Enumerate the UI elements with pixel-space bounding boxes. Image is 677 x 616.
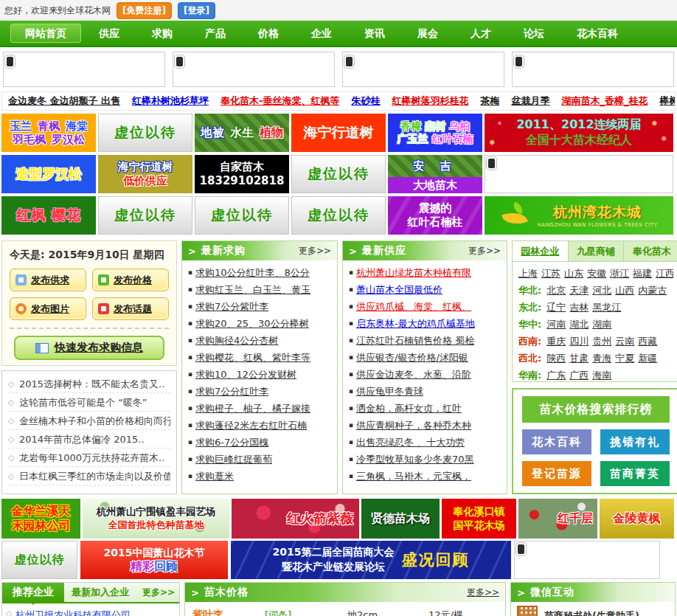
quick-link[interactable]: 金边麦冬 金边胡颓子 出售 bbox=[8, 94, 120, 108]
news-link[interactable]: 龙岩每年1000万元扶持花卉苗木.. bbox=[19, 452, 164, 463]
banner-vacant[interactable]: 虚位以待 bbox=[291, 155, 386, 193]
nav-item[interactable]: 求购 bbox=[137, 24, 187, 43]
quick-link[interactable]: 盆栽月季 bbox=[511, 94, 549, 108]
quick-link[interactable]: 红榉树落羽杉桂花 bbox=[392, 94, 468, 108]
quick-link[interactable]: 红榉朴树池杉草坪 bbox=[132, 94, 209, 108]
region-link[interactable]: 北京 bbox=[546, 285, 566, 296]
banner-red-rocket-crape-myrtle[interactable]: 红火箭紫薇 bbox=[232, 499, 359, 539]
nav-item[interactable]: 产品 bbox=[190, 24, 240, 43]
region-link[interactable]: 甘肃 bbox=[569, 353, 589, 364]
news-link[interactable]: 2014年苗市总体偏冷 2015.. bbox=[19, 434, 145, 445]
banner-hongye-shinan-zhu[interactable]: 震撼的 红叶石楠柱 bbox=[388, 196, 482, 235]
buy-link[interactable]: 求购7公分紫叶李 bbox=[195, 301, 268, 312]
region-link[interactable]: 西藏 bbox=[638, 336, 657, 347]
tab-fenghua-seedlings[interactable]: 奉化苗木 bbox=[624, 241, 677, 261]
nav-item[interactable]: 价格 bbox=[243, 24, 294, 43]
banner-hongfeng-yinghua[interactable]: 红枫 樱花 bbox=[1, 196, 96, 235]
buy-link[interactable]: 求购红玉兰、白玉兰、黄玉 bbox=[195, 284, 310, 295]
banner-dibei-shuisheng[interactable]: 地被水生植物 bbox=[195, 114, 289, 152]
news-item[interactable]: 这轮苗市低谷可能是个 “暖冬” bbox=[8, 393, 170, 412]
more-link[interactable]: 更多>> bbox=[467, 586, 499, 599]
banner-xiangzhang-luanshu[interactable]: 香樟栾树乌桕广玉兰红叶石楠 bbox=[388, 114, 482, 152]
supply-link[interactable]: 冷季型牧草知多少冬麦70黑 bbox=[356, 454, 474, 465]
region-link[interactable]: 广东 bbox=[546, 370, 566, 381]
region-link[interactable]: 江苏 bbox=[541, 268, 560, 279]
nav-item[interactable]: 网站首页 bbox=[10, 24, 81, 43]
banner-vacant[interactable]: 虚位以待 bbox=[1, 541, 77, 579]
login-button[interactable]: [登录] bbox=[178, 2, 215, 19]
tab-garden-companies[interactable]: 园林企业 bbox=[513, 241, 569, 261]
banner-haining-cheap-supply[interactable]: 海宁行道树 低价供应 bbox=[98, 155, 192, 193]
news-item[interactable]: 2014年苗市总体偏冷 2015.. bbox=[8, 430, 170, 449]
buy-link[interactable]: 求购10、12公分发财树 bbox=[195, 369, 296, 380]
banner-xiaoshan-flower-festival[interactable]: 2015中国萧山花木节 精彩回顾 bbox=[80, 541, 228, 579]
region-link[interactable]: 内蒙古 bbox=[638, 285, 667, 296]
ad-placeholder[interactable] bbox=[342, 52, 504, 87]
region-link[interactable]: 广西 bbox=[569, 370, 589, 381]
banner-zaoxing-luohansong[interactable]: 造型罗汉松 bbox=[1, 155, 96, 193]
more-link[interactable]: 更多>> bbox=[299, 245, 331, 257]
buy-link[interactable]: 求购蓬径2米左右红叶石楠 bbox=[195, 420, 307, 431]
banner-vacant[interactable]: 虚位以待 bbox=[98, 196, 192, 235]
region-link[interactable]: 黑龙江 bbox=[592, 302, 621, 313]
supply-link[interactable]: 三角枫，马褂木，元宝枫， bbox=[356, 471, 471, 482]
supply-link[interactable]: 出售亮绿忍冬 、十大功劳 bbox=[356, 437, 465, 448]
region-link[interactable]: 重庆 bbox=[546, 336, 566, 347]
supply-link[interactable]: 供应金边麦冬、水葱、沿阶 bbox=[356, 369, 471, 380]
supply-link[interactable]: 萧山苗木全国最低价 bbox=[356, 284, 442, 295]
banner-haining-roadtree[interactable]: 海宁行道树 bbox=[291, 114, 386, 152]
banner-yingfeng-garden[interactable]: 杭州萧山宁围镇盈丰园艺场 全国首批特色种苗基地 bbox=[83, 499, 229, 539]
publish-supply-demand-button[interactable]: 发布供求 bbox=[10, 269, 86, 291]
buy-link[interactable]: 求购胸径4公分杏树 bbox=[195, 335, 278, 346]
quick-link[interactable]: 榉树小苗 bbox=[659, 94, 676, 108]
publish-topic-button[interactable]: 发布话题 bbox=[92, 297, 169, 320]
banner-guoping-nursery[interactable]: 奉化溪口镇 国平花木场 bbox=[442, 499, 516, 539]
region-link[interactable]: 安徽 bbox=[587, 268, 606, 279]
register-seedling-button[interactable]: 登记苗源 bbox=[522, 461, 591, 486]
buy-link[interactable]: 求购7公分红叶李 bbox=[195, 386, 268, 397]
news-item[interactable]: 2015选择树种：既不能太名贵又.. bbox=[8, 375, 170, 393]
nav-item[interactable]: 资讯 bbox=[350, 24, 400, 43]
region-link[interactable]: 宁夏 bbox=[615, 353, 634, 364]
banner-jinling-yellow-maple[interactable]: 金陵黄枫 bbox=[600, 499, 674, 539]
encyclopedia-button[interactable]: 花木百科 bbox=[522, 429, 591, 454]
region-link[interactable]: 湖北 bbox=[569, 319, 589, 330]
price-search-rank-button[interactable]: 苗木价格搜索排行榜 bbox=[522, 396, 670, 423]
buy-link[interactable]: 求购樱花、红枫、紫叶李等 bbox=[195, 352, 310, 363]
ad-placeholder[interactable] bbox=[173, 52, 335, 87]
supply-link[interactable]: 杭州萧山绿龙苗木种植有限 bbox=[356, 267, 471, 278]
region-link[interactable]: 吉林 bbox=[569, 302, 589, 313]
nav-item[interactable]: 人才 bbox=[456, 24, 506, 43]
supply-link[interactable]: 供应青桐种子，各种乔木种 bbox=[356, 420, 471, 431]
region-link[interactable]: 陕西 bbox=[546, 353, 566, 364]
banner-yulan-qingfeng[interactable]: 玉兰青枫海棠羽毛枫罗汉松 bbox=[1, 114, 96, 152]
quick-link[interactable]: 湖南苗木_香樟_桂花 bbox=[561, 94, 648, 108]
news-item[interactable]: 龙岩每年1000万元扶持花卉苗木.. bbox=[8, 449, 170, 467]
register-button[interactable]: [免费注册] bbox=[117, 2, 172, 19]
banner-vacant[interactable]: 虚位以待 bbox=[195, 196, 289, 235]
supply-link[interactable]: 江苏红叶石楠销售价格 蜀桧 bbox=[356, 335, 474, 346]
news-link[interactable]: 金丝楠木种子和小苗的价格相向而行 bbox=[19, 415, 170, 426]
supply-link[interactable]: 供应银杏/银杏价格/沭阳银 bbox=[356, 352, 468, 363]
news-link[interactable]: 2015选择树种：既不能太名贵又.. bbox=[19, 378, 164, 390]
publish-price-button[interactable]: 发布价格 bbox=[92, 269, 169, 291]
region-link[interactable]: 天津 bbox=[569, 285, 589, 296]
quick-link[interactable]: 朱砂桂 bbox=[351, 94, 380, 108]
ad-placeholder[interactable] bbox=[512, 52, 674, 87]
buy-link[interactable]: 求购20、25、30公分榉树 bbox=[195, 318, 309, 329]
buy-link[interactable]: 求购薏米 bbox=[195, 471, 234, 482]
banner-top-ten-brokers[interactable]: 2011、2012连续两届 全国十大苗木经纪人 bbox=[485, 114, 673, 152]
nav-item[interactable]: 企业 bbox=[296, 24, 347, 43]
more-link[interactable]: 更多>> bbox=[468, 245, 501, 257]
ad-placeholder[interactable] bbox=[485, 155, 673, 193]
news-link[interactable]: 日本红枫三季红的市场走向以及价值.. bbox=[19, 471, 170, 482]
supply-link[interactable]: 供应龟甲冬青球 bbox=[356, 386, 423, 397]
news-item[interactable]: 日本红枫三季红的市场走向以及价值.. bbox=[8, 467, 170, 485]
supply-link[interactable]: 启东奥林-最大的鸡爪槭基地 bbox=[356, 318, 475, 329]
banner-vacant[interactable]: 虚位以待 bbox=[291, 196, 386, 235]
banner-national-merchant-conference[interactable]: 2015第二届全国苗商大会 暨花木产业链发展论坛 盛况回顾 bbox=[231, 541, 511, 579]
news-item[interactable]: 金丝楠木种子和小苗的价格相向而行 bbox=[8, 412, 170, 430]
supply-link[interactable]: 供应鸡爪槭、海棠、红枫、 bbox=[356, 301, 471, 312]
region-link[interactable]: 上海 bbox=[518, 268, 538, 279]
elite-merchants-button[interactable]: 苗商菁英 bbox=[600, 461, 670, 486]
